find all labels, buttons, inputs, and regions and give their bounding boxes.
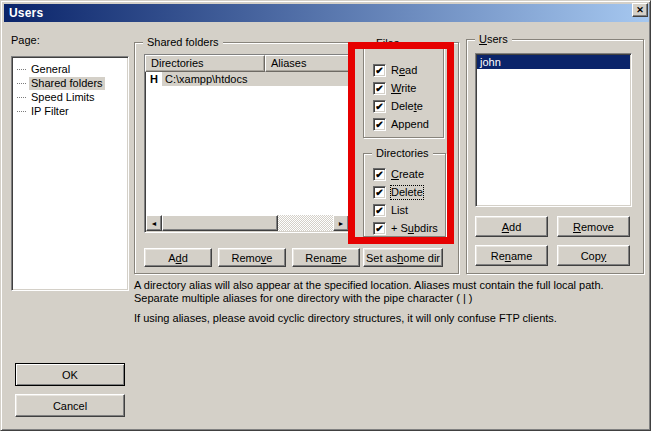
checkbox-row-create: ✔ Create (373, 168, 424, 181)
alias-note-1: A directory alias will also appear at th… (134, 279, 644, 305)
home-directory-flag: H (145, 72, 162, 86)
horizontal-scrollbar[interactable]: ◄ ► (146, 215, 349, 231)
page-list: General Shared folders Speed Limits IP F… (11, 56, 129, 291)
list-label: List (391, 204, 408, 217)
page-label: Page: (11, 34, 40, 46)
append-label: Append (391, 118, 429, 131)
column-header-aliases[interactable]: Aliases (265, 55, 350, 72)
add-user-button[interactable]: Add (475, 216, 548, 237)
check-icon: ✔ (375, 119, 383, 130)
user-list-item[interactable]: john (477, 55, 630, 69)
alias-help-text: A directory alias will also appear at th… (134, 279, 644, 325)
users-list: john (475, 53, 632, 207)
scrollbar-thumb[interactable] (162, 215, 278, 231)
rename-folder-button[interactable]: Rename (292, 248, 360, 267)
scroll-right-button[interactable]: ► (333, 215, 349, 231)
checkbox-row-append: ✔ Append (373, 118, 429, 131)
check-icon: ✔ (375, 101, 383, 112)
write-checkbox[interactable]: ✔ (373, 82, 386, 95)
subdirs-checkbox[interactable]: ✔ (373, 222, 386, 235)
check-icon: ✔ (375, 205, 383, 216)
close-button[interactable]: ✕ (632, 3, 648, 17)
check-icon: ✔ (375, 169, 383, 180)
write-label: Write (391, 82, 416, 95)
files-permissions-group: Files ✔ Read ✔ Write ✔ Delete ✔ Append (363, 43, 444, 138)
read-checkbox[interactable]: ✔ (373, 64, 386, 77)
scroll-left-button[interactable]: ◄ (146, 215, 162, 231)
column-header-directories[interactable]: Directories (145, 55, 265, 72)
create-label: Create (391, 168, 424, 181)
sidebar-item-ip-filter[interactable]: IP Filter (12, 104, 128, 118)
add-folder-button[interactable]: Add (144, 248, 212, 267)
copy-user-button[interactable]: Copy (557, 245, 630, 266)
directories-group-label: Directories (372, 147, 433, 159)
users-group-label: Users (475, 33, 512, 45)
remove-folder-button[interactable]: Remove (218, 248, 286, 267)
directories-permissions-group: Directories ✔ Create ✔ Delete ✔ List ✔ +… (363, 153, 446, 237)
scroll-left-icon: ◄ (151, 220, 158, 227)
scroll-right-icon: ► (338, 220, 345, 227)
directory-path: C:\xampp\htdocs (162, 72, 350, 86)
sidebar-item-speed-limits[interactable]: Speed Limits (12, 90, 128, 104)
checkbox-row-read: ✔ Read (373, 64, 417, 77)
remove-user-button[interactable]: Remove (557, 216, 630, 237)
directories-listview: Directories Aliases H C:\xampp\htdocs ◄ … (144, 54, 351, 233)
files-group-label: Files (372, 37, 403, 49)
sidebar-item-general[interactable]: General (12, 62, 128, 76)
sidebar-item-shared-folders[interactable]: Shared folders (12, 76, 128, 90)
tree-branch-icon (17, 111, 26, 112)
create-checkbox[interactable]: ✔ (373, 168, 386, 181)
directory-row[interactable]: H C:\xampp\htdocs (145, 72, 350, 86)
delete-file-checkbox[interactable]: ✔ (373, 100, 386, 113)
rename-user-button[interactable]: Rename (475, 245, 548, 266)
window-title: Users (4, 6, 43, 20)
checkbox-row-delete-file: ✔ Delete (373, 100, 423, 113)
users-dialog: Users ✕ Page: General Shared folders Spe… (0, 0, 651, 431)
delete-dir-checkbox[interactable]: ✔ (373, 186, 386, 199)
scrollbar-track[interactable] (278, 215, 333, 231)
delete-dir-label: Delete (391, 186, 423, 199)
list-checkbox[interactable]: ✔ (373, 204, 386, 217)
checkbox-row-delete-dir: ✔ Delete (373, 186, 423, 199)
checkbox-row-list: ✔ List (373, 204, 408, 217)
delete-file-label: Delete (391, 100, 423, 113)
alias-note-2: If using aliases, please avoid cyclic di… (134, 312, 644, 325)
cancel-button[interactable]: Cancel (15, 394, 125, 417)
ok-button[interactable]: OK (15, 363, 125, 386)
close-icon: ✕ (636, 5, 644, 15)
listview-header: Directories Aliases (145, 55, 350, 72)
append-checkbox[interactable]: ✔ (373, 118, 386, 131)
title-bar[interactable]: Users (4, 4, 649, 22)
set-as-home-dir-button[interactable]: Set as home dir (363, 248, 443, 267)
checkbox-row-subdirs: ✔ + Subdirs (373, 222, 438, 235)
tree-branch-icon (17, 69, 26, 70)
tree-branch-icon (17, 97, 26, 98)
shared-folders-group-label: Shared folders (143, 36, 223, 48)
check-icon: ✔ (375, 83, 383, 94)
check-icon: ✔ (375, 223, 383, 234)
check-icon: ✔ (375, 187, 383, 198)
tree-branch-icon (17, 83, 26, 84)
subdirs-label: + Subdirs (391, 222, 438, 235)
check-icon: ✔ (375, 65, 383, 76)
checkbox-row-write: ✔ Write (373, 82, 416, 95)
read-label: Read (391, 64, 417, 77)
